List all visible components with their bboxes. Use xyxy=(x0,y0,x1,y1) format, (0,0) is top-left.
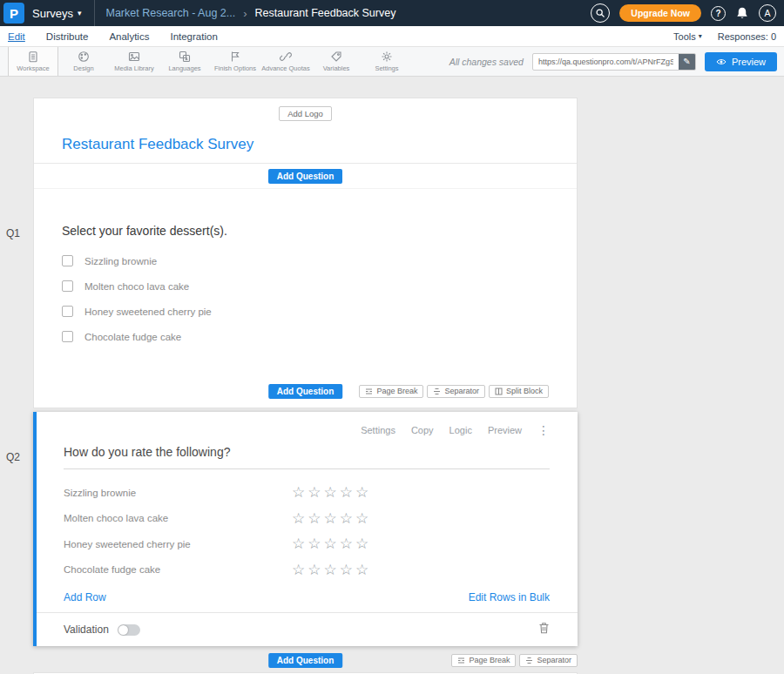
breadcrumb-parent[interactable]: Market Research - Aug 2... xyxy=(106,7,236,19)
tab-edit[interactable]: Edit xyxy=(8,31,25,42)
validation-toggle[interactable] xyxy=(118,624,140,636)
toolbar-item-workspace[interactable]: Workspace xyxy=(8,47,58,76)
survey-block-header-q1: Add Logo Restaurant Feedback Survey Add … xyxy=(33,98,578,408)
preview-button[interactable]: Preview xyxy=(705,52,777,71)
q2-toolbar: Settings Copy Logic Preview ⋮ xyxy=(64,424,550,436)
q2-logic-button[interactable]: Logic xyxy=(449,425,472,435)
split-block-button[interactable]: Split Block xyxy=(489,385,549,398)
tab-analytics[interactable]: Analytics xyxy=(109,31,149,42)
responses-count[interactable]: Responses: 0 xyxy=(718,31,776,42)
page-break-icon xyxy=(457,657,465,664)
survey-title[interactable]: Restaurant Feedback Survey xyxy=(34,121,577,163)
checkbox[interactable] xyxy=(62,331,73,342)
page-break-button[interactable]: Page Break xyxy=(451,654,516,667)
top-bar: P Surveys ▾ Market Research - Aug 2... ›… xyxy=(0,0,784,26)
q2-settings-button[interactable]: Settings xyxy=(361,425,395,435)
star-icon[interactable]: ☆ xyxy=(340,510,355,527)
notifications-button[interactable] xyxy=(735,6,749,20)
q1-option-row: Chocolate fudge cake xyxy=(62,324,549,349)
rating-row: Honey sweetened cherry pie ☆☆☆☆☆ xyxy=(64,531,550,557)
q1-option-label: Sizzling brownie xyxy=(84,256,157,266)
star-icon[interactable]: ☆ xyxy=(340,536,355,552)
star-icon[interactable]: ☆ xyxy=(355,562,371,578)
star-icon[interactable]: ☆ xyxy=(355,510,371,527)
tab-integration[interactable]: Integration xyxy=(170,31,217,42)
q2-preview-button[interactable]: Preview xyxy=(488,425,522,435)
add-question-button-q1[interactable]: Add Question xyxy=(268,384,343,399)
q1-option-row: Honey sweetened cherry pie xyxy=(62,299,549,324)
star-icon[interactable]: ☆ xyxy=(324,510,340,527)
star-icon[interactable]: ☆ xyxy=(308,484,323,501)
q2-copy-button[interactable]: Copy xyxy=(411,425,434,435)
tab-distribute[interactable]: Distribute xyxy=(46,31,89,42)
image-icon xyxy=(128,51,140,63)
q2-question-text[interactable]: How do you rate the following? xyxy=(64,445,550,469)
logo-section: Add Logo Restaurant Feedback Survey xyxy=(34,98,577,164)
star-icon[interactable]: ☆ xyxy=(308,562,323,578)
surveys-dropdown[interactable]: Surveys ▾ xyxy=(32,7,82,20)
add-question-button-top[interactable]: Add Question xyxy=(268,169,343,184)
tools-dropdown[interactable]: Tools ▾ xyxy=(673,31,702,42)
link-icon xyxy=(280,51,292,63)
validation-label: Validation xyxy=(64,623,109,636)
toolbar-item-variables[interactable]: Variables xyxy=(311,47,362,76)
star-icon[interactable]: ☆ xyxy=(292,484,308,501)
split-block-icon xyxy=(495,388,503,395)
page-break-button[interactable]: Page Break xyxy=(359,385,423,398)
chevron-down-icon: ▾ xyxy=(699,32,702,40)
main-tab-bar: Edit Distribute Analytics Integration To… xyxy=(0,26,784,47)
star-rating[interactable]: ☆☆☆☆☆ xyxy=(292,509,371,528)
toolbar-item-settings[interactable]: Settings xyxy=(362,47,412,76)
search-button[interactable] xyxy=(591,3,610,23)
star-icon[interactable]: ☆ xyxy=(340,562,355,578)
delete-question-button[interactable] xyxy=(538,622,550,637)
star-icon[interactable]: ☆ xyxy=(308,536,323,552)
checkbox[interactable] xyxy=(62,306,73,317)
add-logo-button[interactable]: Add Logo xyxy=(279,106,332,121)
checkbox[interactable] xyxy=(62,280,73,292)
survey-url-input[interactable] xyxy=(533,57,679,66)
edit-url-button[interactable]: ✎ xyxy=(679,54,695,70)
preview-label: Preview xyxy=(732,57,766,67)
star-icon[interactable]: ☆ xyxy=(292,562,308,578)
star-icon[interactable]: ☆ xyxy=(292,536,308,552)
star-icon[interactable]: ☆ xyxy=(355,484,371,501)
toolbar-item-advance-quotas[interactable]: Advance Quotas xyxy=(260,47,311,76)
breadcrumb-separator-icon: › xyxy=(243,7,247,20)
questionpro-logo[interactable]: P xyxy=(3,3,24,24)
star-icon[interactable]: ☆ xyxy=(324,536,340,552)
rating-row-label: Chocolate fudge cake xyxy=(64,564,292,575)
split-block-label: Split Block xyxy=(506,387,543,395)
star-icon[interactable]: ☆ xyxy=(292,510,308,527)
account-avatar[interactable]: A xyxy=(759,4,776,22)
toolbar-item-languages[interactable]: Languages xyxy=(159,47,210,76)
edit-rows-in-bulk-link[interactable]: Edit Rows in Bulk xyxy=(469,591,550,603)
upgrade-now-button[interactable]: Upgrade Now xyxy=(619,4,701,22)
checkbox[interactable] xyxy=(62,255,73,266)
q1-option-label: Chocolate fudge cake xyxy=(84,332,181,342)
toolbar-item-media-library[interactable]: Media Library xyxy=(109,47,159,76)
toolbar-item-label: Design xyxy=(73,64,93,72)
question-number-q2: Q2 xyxy=(6,451,20,463)
breadcrumb-current: Restaurant Feedback Survey xyxy=(255,7,396,19)
kebab-menu-icon[interactable]: ⋮ xyxy=(537,423,550,437)
star-icon[interactable]: ☆ xyxy=(340,484,355,501)
star-icon[interactable]: ☆ xyxy=(324,484,340,501)
separator-button[interactable]: Separator xyxy=(519,654,578,667)
q1-option-row: Molten choco lava cake xyxy=(62,273,549,299)
star-rating[interactable]: ☆☆☆☆☆ xyxy=(292,483,371,502)
star-rating[interactable]: ☆☆☆☆☆ xyxy=(292,561,371,579)
separator-button[interactable]: Separator xyxy=(427,385,485,398)
star-icon[interactable]: ☆ xyxy=(324,562,340,578)
add-row-link[interactable]: Add Row xyxy=(64,591,106,603)
star-icon[interactable]: ☆ xyxy=(355,536,371,552)
help-button[interactable]: ? xyxy=(711,6,726,21)
star-rating[interactable]: ☆☆☆☆☆ xyxy=(292,535,371,553)
star-icon[interactable]: ☆ xyxy=(308,510,323,527)
q1-question-text[interactable]: Select your favorite dessert(s). xyxy=(62,224,549,238)
toolbar-item-design[interactable]: Design xyxy=(58,47,109,76)
rating-row-label: Molten choco lava cake xyxy=(64,513,292,523)
toolbar-item-finish-options[interactable]: Finish Options xyxy=(210,47,260,76)
rating-row-label: Sizzling brownie xyxy=(64,488,292,498)
add-question-button-bottom[interactable]: Add Question xyxy=(268,653,343,668)
